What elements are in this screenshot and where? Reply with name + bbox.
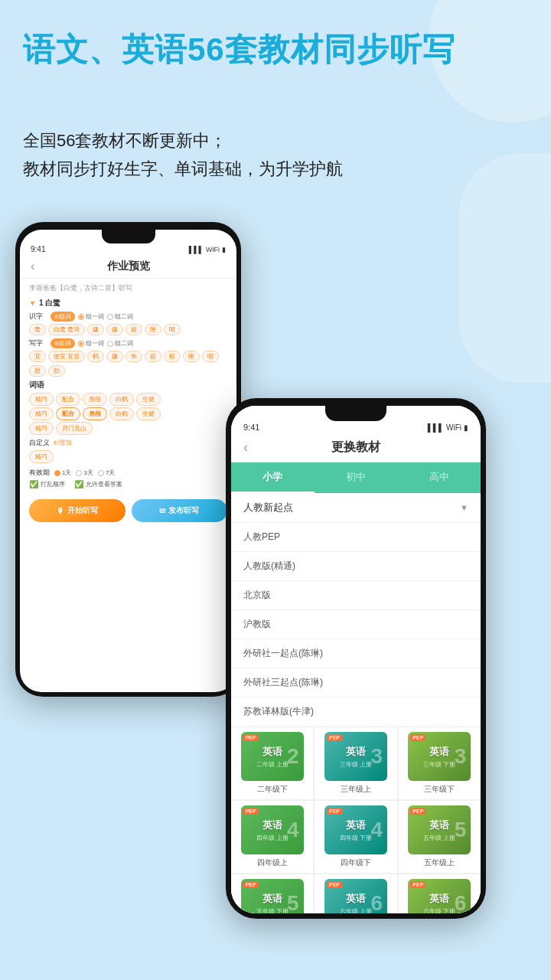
p1-battery-icon: ▮ (222, 246, 226, 253)
chip-5[interactable]: 嵌 (126, 324, 142, 335)
publish-listen-button[interactable]: ✉ 发布听写 (132, 499, 228, 522)
custom-chip-1[interactable]: 精巧 (29, 450, 54, 463)
p1-custom-add-button[interactable]: ⊕增加 (53, 438, 72, 448)
chip-w9[interactable]: 哨 (202, 351, 219, 362)
book-item-3[interactable]: PEP 英语 三年级 下册 3 三年级下 (399, 727, 481, 799)
p1-ciyu-row1: 精巧 配合 身段 白鹤 生硬 (29, 393, 227, 406)
p1-section-title: 1 白鹭 (39, 298, 60, 309)
p1-header: ‹ 作业预览 (20, 256, 236, 279)
p1-check-answer[interactable]: ✅ 允许查看答案 (74, 480, 122, 488)
chevron-down-icon: ▼ (460, 503, 468, 512)
p1-custom-label-text: 自定义 (29, 438, 50, 448)
ciyu-7[interactable]: 配合 (56, 407, 80, 420)
start-listen-button[interactable]: 🎙 开始听写 (29, 499, 126, 522)
tab-middle[interactable]: 初中 (315, 462, 398, 493)
chip-w6[interactable]: 嵌 (145, 351, 161, 362)
phone-left-notch (102, 230, 155, 243)
ciyu-8[interactable]: 身段 (83, 407, 107, 420)
p1-validity-dot-1 (54, 470, 60, 476)
chip-6[interactable]: 匣 (145, 324, 161, 335)
phone-right-screen: 9:41 ▌▌▌ WiFi ▮ ‹ 更换教材 小学 初中 高中 人教新起点 ▼ … (231, 406, 481, 913)
chip-w2[interactable]: 使宜 宜居 (48, 351, 85, 362)
list-item[interactable]: 人教PEP (231, 523, 481, 552)
ciyu-6[interactable]: 精巧 (29, 407, 54, 420)
p1-ciyu-row3: 精巧 开门见山 (29, 422, 227, 435)
chip-w1[interactable]: 宜 (29, 351, 46, 362)
book-item-8[interactable]: PEP 英语 六年级 上册 6 六年级上 (315, 874, 396, 913)
chip-4[interactable]: 嫌 (106, 324, 123, 335)
p1-validity-label: 有效期 (29, 468, 50, 478)
book-item-4[interactable]: PEP 英语 四年级 上册 4 四年级上 (231, 801, 313, 873)
book-item-9[interactable]: PEP 英语 六年级 下册 6 六年级下 (399, 874, 481, 913)
chip-1[interactable]: 鹭 (29, 324, 46, 335)
p1-wifi-icon: WiFi (206, 246, 220, 253)
p2-back-button[interactable]: ‹ (243, 439, 248, 456)
p1-shizi-opt1[interactable]: 组一词 (78, 312, 104, 321)
publish-icon: ✉ (159, 507, 165, 515)
p2-status-icons: ▌▌▌ WiFi ▮ (428, 423, 468, 432)
p1-validity-dot-2 (76, 470, 82, 476)
p1-checkmark-order: ✅ (29, 480, 38, 488)
ciyu-10[interactable]: 生硬 (136, 407, 161, 420)
p1-shizi-add[interactable]: ⊕组词 (51, 312, 75, 322)
chip-2[interactable]: 白鹭 鹭羽 (48, 324, 85, 335)
p1-content: 李蓉爸爸【白鹭，古诗二首】听写 ▼ 1 白鹭 识字 ⊕组词 组一词 组二词 鹭 … (20, 279, 236, 499)
p1-shizi-opt2[interactable]: 组二词 (107, 312, 133, 321)
tab-primary[interactable]: 小学 (231, 462, 315, 493)
phone-left-screen: 9:41 ▌▌▌ WiFi ▮ ‹ 作业预览 李蓉爸爸【白鹭，古诗二首】听写 ▼… (20, 230, 236, 692)
chip-w5[interactable]: 朱 (126, 351, 142, 362)
p1-back-button[interactable]: ‹ (31, 260, 34, 273)
p1-validity-1day[interactable]: 1天 (54, 469, 71, 477)
book-item-7[interactable]: PEP 英语 五年级 下册 5 五年级下 (231, 874, 313, 913)
chip-w3[interactable]: 鹤 (87, 351, 104, 362)
p1-radio-active (78, 314, 84, 320)
book-label-4: 四年级上 (257, 858, 288, 868)
p2-dropdown-label: 人教新起点 (243, 501, 293, 514)
book-item-5[interactable]: PEP 英语 四年级 下册 4 四年级下 (315, 801, 396, 873)
book-item-1[interactable]: PEP 英语 二年级 上册 2 二年级下 (231, 727, 313, 799)
p1-validity-3day[interactable]: 3天 (76, 469, 93, 477)
chip-w11[interactable]: 韵 (48, 365, 65, 377)
book-item-6[interactable]: PEP 英语 五年级 上册 5 五年级上 (399, 801, 481, 873)
chip-7[interactable]: 哨 (164, 324, 181, 335)
tab-high[interactable]: 高中 (397, 462, 481, 493)
p1-radio-empty (107, 314, 113, 320)
p1-shizi-label: 识字 (29, 312, 47, 322)
ciyu-5[interactable]: 生硬 (136, 393, 161, 406)
ciyu-1[interactable]: 精巧 (29, 393, 54, 406)
p2-textbook-list: 人教PEP 人教版(精通) 北京版 沪教版 外研社一起点(陈琳) 外研社三起点(… (231, 523, 481, 726)
p2-dropdown-row[interactable]: 人教新起点 ▼ (231, 493, 481, 523)
p1-validity-7day[interactable]: 7天 (98, 469, 115, 477)
book-item-2[interactable]: PEP 英语 三年级 上册 3 三年级上 (315, 727, 396, 799)
p2-battery-icon: ▮ (464, 423, 468, 432)
p2-book-grid: PEP 英语 二年级 上册 2 二年级下 PEP 英语 三年级 上册 3 (231, 727, 481, 913)
p1-xiezi-add[interactable]: ⊕组词 (51, 338, 75, 348)
p1-check-row: ✅ 打乱顺序 ✅ 允许查看答案 (29, 480, 227, 488)
ciyu-9[interactable]: 白鹤 (109, 407, 134, 420)
p1-check-order[interactable]: ✅ 打乱顺序 (29, 480, 65, 488)
p1-section-header: ▼ 1 白鹭 (29, 298, 227, 309)
chip-w7[interactable]: 框 (164, 351, 181, 362)
chip-3[interactable]: 嫌 (87, 324, 104, 335)
book-label-1: 二年级下 (257, 784, 288, 795)
ciyu-3[interactable]: 身段 (83, 393, 107, 406)
list-item[interactable]: 外研社三起点(陈琳) (231, 668, 481, 697)
chip-w8[interactable]: 匣 (183, 351, 200, 362)
p1-xiezi-label: 写字 (29, 338, 47, 348)
book-label-3: 三年级下 (424, 784, 455, 795)
list-item[interactable]: 北京版 (231, 581, 481, 610)
p1-xiezi-opt1[interactable]: 组一词 (78, 339, 104, 348)
ciyu-12[interactable]: 开门见山 (56, 422, 93, 435)
list-item[interactable]: 苏教译林版(牛津) (231, 697, 481, 726)
phone-right: 9:41 ▌▌▌ WiFi ▮ ‹ 更换教材 小学 初中 高中 人教新起点 ▼ … (226, 398, 486, 919)
list-item[interactable]: 沪教版 (231, 610, 481, 639)
chip-w4[interactable]: 嫌 (106, 351, 123, 362)
list-item[interactable]: 外研社一起点(陈琳) (231, 639, 481, 668)
chip-w10[interactable]: 恩 (29, 365, 46, 377)
ciyu-2[interactable]: 配合 (56, 393, 80, 406)
bg-arc (459, 153, 551, 383)
ciyu-11[interactable]: 精巧 (29, 422, 54, 435)
ciyu-4[interactable]: 白鹤 (109, 393, 134, 406)
list-item[interactable]: 人教版(精通) (231, 552, 481, 581)
p1-xiezi-opt2[interactable]: 组二词 (107, 339, 133, 348)
